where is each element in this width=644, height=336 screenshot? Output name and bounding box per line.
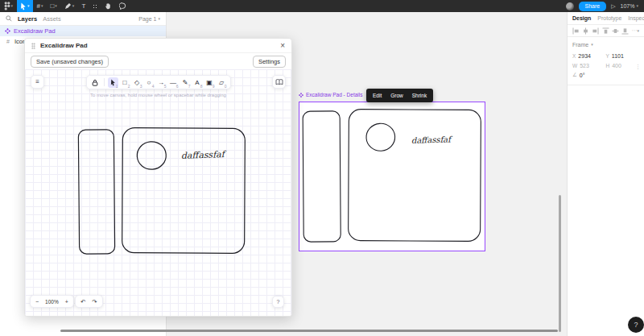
y-position-field[interactable]: Y 1101: [606, 53, 640, 59]
widget-frame-name: Excalidraw Pad - Details: [306, 92, 362, 97]
angle-icon: ∠: [572, 72, 577, 78]
drag-handle-icon[interactable]: [31, 43, 35, 49]
constraints-options-icon[interactable]: ⋮: [635, 64, 641, 70]
drawing-text: daffassfaf: [181, 149, 227, 161]
distribute-more-button[interactable]: ⋯▾: [631, 27, 639, 34]
shape-tool-button[interactable]: □ ▾: [47, 0, 60, 12]
widget-icon: [299, 93, 303, 97]
frame-section-header[interactable]: Frame ▾: [568, 37, 644, 48]
y-value: 1101: [612, 53, 624, 59]
tab-assets[interactable]: Assets: [43, 15, 61, 23]
align-left-button[interactable]: [572, 27, 580, 35]
excalidraw-canvas[interactable]: ≡ 1 □ 2 ◇ 3 ○: [25, 69, 291, 316]
avatar[interactable]: [566, 2, 574, 10]
redo-button[interactable]: ↷: [89, 298, 100, 305]
widget-frame-label[interactable]: Excalidraw Pad - Details: [299, 92, 362, 97]
zoom-out-button[interactable]: −: [32, 299, 42, 305]
chevron-down-icon: ▾: [55, 4, 57, 8]
rectangle-icon: □: [51, 3, 55, 10]
modal-header[interactable]: Excalidraw Pad ×: [25, 39, 291, 53]
history-controls: ↶ ↷: [75, 295, 103, 308]
width-field[interactable]: W 523: [572, 63, 606, 68]
chevron-down-icon: ▾: [591, 43, 593, 47]
widget-context-menu: Edit Grow Shrink: [366, 89, 433, 102]
inspector-panel: Design Prototype Inspect ⋯▾ Frame ▾ X 29…: [567, 12, 644, 336]
excalidraw-drawing: daffassfaf: [25, 69, 292, 317]
help-button[interactable]: ?: [628, 317, 644, 333]
help-icon: ?: [634, 321, 638, 329]
horizontal-scrollbar[interactable]: [60, 330, 558, 332]
search-icon[interactable]: [6, 15, 12, 22]
widget-drawing: daffassfaf: [299, 102, 485, 251]
hand-tool-button[interactable]: [101, 0, 116, 12]
canvas-zoom-level[interactable]: 100%: [42, 299, 62, 305]
layer-item-excalidraw-pad[interactable]: Excalidraw Pad: [0, 26, 166, 36]
page-name: Page 1: [138, 16, 156, 22]
alignment-toolbar: ⋯▾: [568, 25, 644, 37]
resources-button[interactable]: [89, 0, 101, 12]
menu-item-grow[interactable]: Grow: [386, 90, 407, 101]
w-value: 523: [580, 63, 589, 68]
tab-inspect[interactable]: Inspect: [628, 15, 644, 21]
cursor-icon: [20, 2, 27, 10]
toolbar-left-group: ▾ ▾ # ▾ □ ▾ ▾ T: [0, 0, 130, 12]
pen-tool-button[interactable]: ▾: [60, 0, 78, 12]
tab-design[interactable]: Design: [572, 15, 591, 21]
text-tool-button[interactable]: T: [78, 0, 89, 12]
frame-properties: X 2934 Y 1101 W 523 H 400: [568, 48, 644, 85]
excalidraw-modal: Excalidraw Pad × Save (unsaved changes) …: [24, 38, 292, 317]
settings-button[interactable]: Settings: [253, 56, 286, 68]
chevron-down-icon: ▾: [636, 4, 638, 8]
zoom-menu[interactable]: 107% ▾: [621, 3, 638, 9]
vertical-scrollbar[interactable]: [559, 195, 561, 332]
present-icon[interactable]: ▷: [611, 3, 615, 10]
comment-tool-button[interactable]: [116, 0, 130, 12]
frame-icon: #: [37, 3, 40, 10]
zoom-in-button[interactable]: +: [62, 299, 72, 305]
chevron-down-icon: ▾: [158, 17, 160, 21]
align-v-center-button[interactable]: [612, 27, 619, 35]
rotation-value: 0°: [580, 73, 585, 78]
w-label: W: [572, 63, 577, 68]
help-icon: ?: [277, 299, 280, 305]
sidebar-header: Layers Assets Page 1 ▾: [0, 12, 166, 26]
layer-name: Excalidraw Pad: [14, 27, 56, 35]
excalidraw-widget[interactable]: daffassfaf: [299, 102, 485, 251]
height-field[interactable]: H 400: [606, 63, 640, 68]
section-title: Frame: [572, 42, 588, 48]
x-label: X: [572, 53, 576, 59]
align-right-button[interactable]: [592, 27, 599, 35]
widget-drawing-text: daffassfaf: [411, 135, 454, 145]
undo-button[interactable]: ↶: [77, 298, 89, 305]
canvas-help-button[interactable]: ?: [272, 296, 284, 308]
align-top-button[interactable]: [602, 27, 609, 35]
chevron-down-icon: ▾: [11, 4, 14, 8]
move-tool-button[interactable]: ▾: [17, 0, 34, 12]
align-h-center-button[interactable]: [582, 27, 589, 35]
save-button[interactable]: Save (unsaved changes): [31, 56, 109, 68]
main-menu-button[interactable]: ▾: [0, 0, 17, 12]
close-icon[interactable]: ×: [280, 42, 285, 50]
main-toolbar: ▾ ▾ # ▾ □ ▾ ▾ T: [0, 0, 644, 12]
chevron-down-icon: ▾: [27, 4, 30, 8]
figma-app-window: ▾ ▾ # ▾ □ ▾ ▾ T: [0, 0, 644, 336]
modal-actions: Save (unsaved changes) Settings: [25, 53, 291, 69]
frame-tool-button[interactable]: # ▾: [33, 0, 47, 12]
tab-prototype[interactable]: Prototype: [597, 15, 621, 21]
align-bottom-button[interactable]: [621, 27, 629, 35]
rotation-field[interactable]: ∠ 0°: [572, 72, 608, 78]
zoom-controls: − 100% +: [30, 295, 74, 308]
menu-item-shrink[interactable]: Shrink: [408, 90, 431, 101]
page-selector[interactable]: Page 1 ▾: [138, 16, 160, 22]
share-button[interactable]: Share: [579, 2, 607, 11]
x-position-field[interactable]: X 2934: [572, 53, 606, 59]
h-label: H: [606, 63, 610, 68]
chevron-down-icon: ▾: [72, 4, 75, 8]
menu-item-edit[interactable]: Edit: [369, 90, 386, 101]
pen-icon: [64, 2, 72, 10]
hand-icon: [105, 2, 112, 10]
h-value: 400: [612, 63, 621, 68]
widget-icon: [5, 28, 10, 34]
tab-layers[interactable]: Layers: [18, 15, 37, 23]
x-value: 2934: [578, 53, 591, 59]
